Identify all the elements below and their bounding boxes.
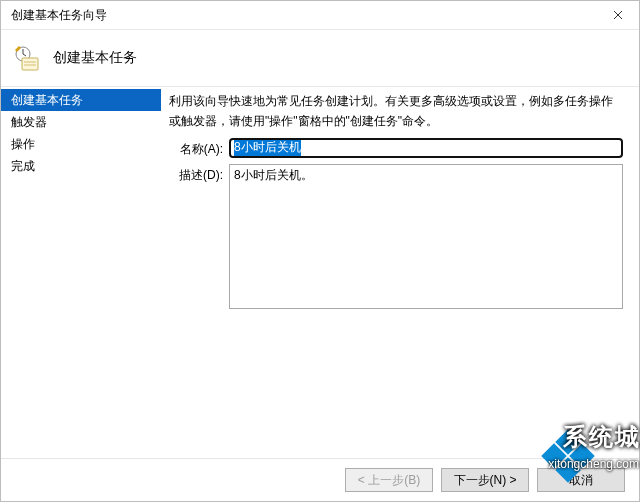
name-row: 名称(A):	[169, 138, 623, 158]
nav-step-trigger[interactable]: 触发器	[1, 111, 161, 133]
next-button[interactable]: 下一步(N) >	[441, 468, 529, 492]
wizard-window: 创建基本任务向导 创建基本任务 创建基本任务 触发器 操作 完成	[0, 0, 640, 502]
title-bar: 创建基本任务向导	[1, 1, 639, 30]
window-title: 创建基本任务向导	[11, 7, 107, 24]
wizard-body: 创建基本任务 触发器 操作 完成 利用该向导快速地为常见任务创建计划。有关更多高…	[1, 85, 639, 459]
cancel-button[interactable]: 取消	[537, 468, 625, 492]
schedule-task-icon	[13, 44, 41, 72]
description-row: 描述(D):	[169, 164, 623, 309]
nav-step-finish[interactable]: 完成	[1, 155, 161, 177]
task-name-input[interactable]	[229, 138, 623, 158]
description-label: 描述(D):	[169, 164, 223, 184]
nav-step-create[interactable]: 创建基本任务	[1, 89, 161, 111]
svg-rect-1	[22, 58, 38, 70]
close-button[interactable]	[597, 1, 639, 29]
intro-text: 利用该向导快速地为常见任务创建计划。有关更多高级选项或设置，例如多任务操作或触发…	[169, 91, 623, 132]
back-button: < 上一步(B)	[345, 468, 433, 492]
wizard-header: 创建基本任务	[1, 30, 639, 87]
wizard-nav: 创建基本任务 触发器 操作 完成	[1, 85, 161, 459]
wizard-content: 利用该向导快速地为常见任务创建计划。有关更多高级选项或设置，例如多任务操作或触发…	[161, 85, 639, 459]
name-label: 名称(A):	[169, 138, 223, 158]
nav-step-action[interactable]: 操作	[1, 133, 161, 155]
wizard-footer: < 上一步(B) 下一步(N) > 取消	[1, 458, 639, 501]
header-title: 创建基本任务	[53, 49, 137, 67]
close-icon	[613, 7, 623, 23]
task-description-input[interactable]	[229, 164, 623, 309]
